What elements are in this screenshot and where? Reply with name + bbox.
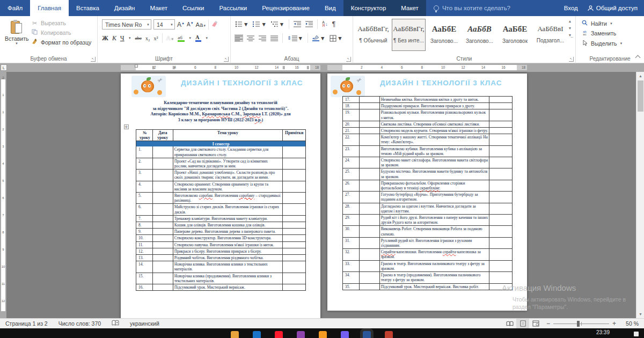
lesson-date[interactable]	[359, 146, 379, 157]
cut-button[interactable]: ✂Вырезать	[31, 20, 91, 26]
scroll-down-arrow[interactable]: ▼	[636, 310, 644, 318]
table-row[interactable]: 25.Будуємо містечко. Виготовлення макети…	[343, 168, 512, 179]
style-card[interactable]: АаБбВвГг,¶ Без инте...	[392, 19, 426, 51]
table-row[interactable]: 12.Прикраси з бісеру. Виготовлення прикр…	[136, 248, 305, 254]
font-size-combo[interactable]: 14▼	[153, 19, 175, 30]
table-row[interactable]: 11.Створюємо павучка. Виготовлення м'яко…	[136, 241, 305, 248]
shading-button[interactable]: ▼	[312, 35, 325, 41]
change-case-button[interactable]: Аа▼	[196, 21, 207, 28]
format-painter-button[interactable]: Формат по образцу	[31, 39, 91, 46]
superscript-button[interactable]: x²	[154, 35, 158, 41]
lesson-notes[interactable]	[282, 170, 305, 180]
table-row[interactable]: 32.Спрайти-капелюшки. Виготовлення спрай…	[343, 248, 512, 260]
ribbon-tab-конструктор[interactable]: Конструктор	[343, 0, 394, 16]
document-page-2[interactable]: ✂ ДИЗАЙН І ТЕХНОЛОГІЇ 3 КЛАС 17.Незвичай…	[327, 74, 527, 311]
font-color-button[interactable]: А	[195, 34, 201, 42]
pilcrow-button[interactable]: ¶	[332, 20, 335, 28]
table-row[interactable]: 18.Подарункові прикраси. Виготовлення пр…	[343, 102, 512, 109]
lesson-date[interactable]	[359, 128, 379, 134]
lesson-notes[interactable]	[489, 109, 512, 120]
multilevel-list-button[interactable]: ▼	[271, 21, 284, 27]
table-row[interactable]: 35.Підсумковий урок. Мистецький вернісаж…	[343, 283, 512, 290]
table-row[interactable]: 5.Виготовляємо соробан. Виготовлення сор…	[136, 192, 305, 203]
lesson-notes[interactable]	[489, 157, 512, 168]
line-spacing-button[interactable]: ⇕▼	[287, 35, 303, 41]
lesson-notes[interactable]	[489, 121, 512, 127]
clear-formatting-button[interactable]	[211, 21, 218, 28]
bold-button[interactable]: Ж	[102, 34, 108, 42]
lesson-notes[interactable]	[282, 255, 305, 261]
lesson-date[interactable]	[359, 121, 379, 127]
taskbar-icon-folder[interactable]	[231, 331, 239, 338]
select-button[interactable]: Выделить▼	[581, 40, 623, 47]
style-card[interactable]: АаБбВвІПодзагол...	[533, 19, 567, 51]
style-card[interactable]: АаБбВЗаголово...	[463, 19, 496, 51]
ribbon-tab-главная[interactable]: Главная	[30, 0, 69, 16]
lesson-notes[interactable]	[489, 168, 512, 179]
lesson-notes[interactable]	[282, 222, 305, 228]
lesson-notes[interactable]	[489, 180, 512, 191]
ribbon-tab-макет[interactable]: Макет	[142, 0, 175, 16]
lesson-notes[interactable]	[489, 226, 512, 237]
lesson-notes[interactable]	[282, 216, 305, 222]
lesson-date[interactable]	[359, 238, 379, 248]
lesson-notes[interactable]	[489, 97, 512, 102]
document-page-1[interactable]: ✂ ДИЗАЙН І ТЕХНОЛОГІЇ 3 КЛАС Календарно-…	[121, 74, 320, 318]
lesson-date[interactable]	[359, 284, 379, 290]
align-right-button[interactable]	[259, 35, 266, 41]
decrease-indent-button[interactable]	[294, 21, 301, 27]
sort-button[interactable]: АЯ↓	[322, 21, 328, 27]
table-row[interactable]: 1.Серветка для святкового столу. Складан…	[136, 146, 305, 157]
lesson-date[interactable]	[359, 103, 379, 109]
bullets-button[interactable]: ▼	[235, 21, 248, 27]
table-row[interactable]: 2.Проект «Сад на підвіконні». Утворити с…	[136, 158, 305, 169]
table-row[interactable]: 13.Різдвяний чобіток. Виготовлення різдв…	[136, 254, 305, 261]
table-row[interactable]: 29.Рудий кіт і його друзі. Виготовлення …	[343, 214, 512, 225]
lesson-notes[interactable]	[282, 261, 305, 272]
table-row[interactable]: 34.Граємо в театр (продовження). Виготов…	[343, 271, 512, 283]
numbering-button[interactable]: ▼	[253, 21, 266, 27]
copy-button[interactable]: Копировать	[31, 29, 91, 36]
column-grip[interactable]	[307, 66, 309, 69]
text-effects-button[interactable]: А▼	[166, 34, 174, 42]
lesson-notes[interactable]	[489, 192, 512, 202]
table-row[interactable]: 8.Кошик для олівців. Виготовлення кошика…	[136, 222, 305, 228]
tell-me-box[interactable]: Что вы хотите сделать?	[426, 0, 518, 16]
table-row[interactable]: 14.Новорічна ялинка. Виготовлення ялинки…	[136, 261, 305, 272]
zoom-slider-thumb[interactable]	[577, 321, 580, 327]
clipboard-dialog-launcher[interactable]: ↘	[91, 57, 96, 62]
lesson-notes[interactable]	[282, 204, 305, 215]
taskbar-icon-app-purple[interactable]	[297, 331, 305, 338]
page-indicator[interactable]: Страница 1 из 2	[0, 320, 53, 327]
lesson-date[interactable]	[152, 204, 173, 215]
table-row[interactable]: 6.Майструємо зі старих дисків. Виготовле…	[136, 203, 305, 215]
lesson-notes[interactable]	[489, 134, 512, 145]
table-row[interactable]: 24.Створюємо макет світлофора. Виготовле…	[343, 157, 512, 168]
underline-button[interactable]: Ч	[120, 34, 125, 42]
tab-stop-selector[interactable]: L	[1, 64, 7, 71]
print-layout-button[interactable]	[516, 319, 529, 329]
lesson-date[interactable]	[152, 170, 173, 180]
ribbon-tab-файл[interactable]: Файл	[0, 0, 30, 16]
underline-dropdown[interactable]: ▼	[128, 36, 131, 40]
lesson-notes[interactable]	[282, 242, 305, 248]
lesson-date[interactable]	[152, 216, 173, 222]
font-family-combo[interactable]: Times New Ro▼	[102, 19, 151, 30]
styles-gallery-scroll[interactable]: ▲▼▼̲	[567, 19, 573, 37]
lesson-date[interactable]	[152, 255, 173, 261]
ribbon-tab-вставка[interactable]: Вставка	[69, 0, 107, 16]
lesson-notes[interactable]	[282, 158, 305, 169]
highlight-dropdown[interactable]: ▼	[188, 36, 192, 40]
vertical-scrollbar[interactable]: ▲ ▼	[636, 72, 644, 318]
table-row[interactable]: 17.Незвичайна квітка. Виготовлення квітк…	[343, 97, 512, 102]
shrink-font-button[interactable]: А▼	[187, 21, 194, 27]
table-row[interactable]: 10.Створюємо конструктор. Виготовлення 3…	[136, 234, 305, 241]
table-row[interactable]: 30.Виконавець Робот. Створення виконавця…	[343, 225, 512, 237]
gallery-up-arrow[interactable]: ▲	[568, 19, 572, 23]
zoom-in-button[interactable]: +	[612, 320, 616, 327]
taskbar-clock[interactable]: 23:39	[596, 329, 610, 335]
styles-dialog-launcher[interactable]: ↘	[569, 57, 574, 62]
vertical-ruler[interactable]: 21123456789101112	[0, 72, 6, 318]
find-button[interactable]: Найти▼	[581, 20, 623, 27]
replace-button[interactable]: abacЗаменить	[581, 30, 623, 36]
